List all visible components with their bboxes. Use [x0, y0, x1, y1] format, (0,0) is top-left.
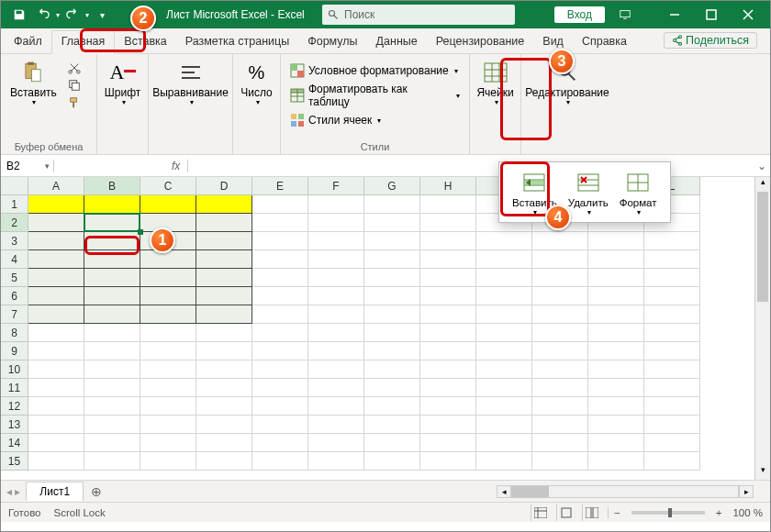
- row-header-12[interactable]: 12: [1, 397, 28, 416]
- cell[interactable]: [140, 287, 196, 305]
- row-header-15[interactable]: 15: [1, 452, 28, 471]
- cell[interactable]: [196, 305, 252, 324]
- cell[interactable]: [84, 195, 140, 214]
- scroll-up-icon[interactable]: ▴: [755, 177, 770, 192]
- page-layout-view-icon[interactable]: [556, 504, 576, 521]
- cell[interactable]: [644, 434, 700, 452]
- cell[interactable]: [28, 250, 84, 269]
- cell[interactable]: [140, 379, 196, 397]
- cell[interactable]: [196, 269, 252, 287]
- row-header-5[interactable]: 5: [1, 269, 28, 287]
- cell[interactable]: [532, 269, 588, 287]
- cell[interactable]: [140, 342, 196, 360]
- row-header-13[interactable]: 13: [1, 416, 28, 434]
- cell[interactable]: [252, 379, 308, 397]
- page-break-view-icon[interactable]: [582, 504, 602, 521]
- cell[interactable]: [476, 416, 532, 434]
- cell[interactable]: [308, 232, 364, 250]
- row-header-3[interactable]: 3: [1, 232, 28, 250]
- cell[interactable]: [308, 250, 364, 269]
- cell[interactable]: [84, 452, 140, 471]
- scroll-right-icon[interactable]: ▸: [739, 485, 754, 498]
- row-header-8[interactable]: 8: [1, 324, 28, 342]
- tab-formulas[interactable]: Формулы: [298, 31, 366, 53]
- row-header-14[interactable]: 14: [1, 434, 28, 452]
- cell[interactable]: [308, 452, 364, 471]
- redo-icon[interactable]: [61, 4, 84, 26]
- popup-delete-button[interactable]: Удалить ▾: [563, 168, 614, 218]
- cell[interactable]: [196, 360, 252, 379]
- cell[interactable]: [476, 379, 532, 397]
- cell[interactable]: [420, 324, 476, 342]
- cell[interactable]: [140, 452, 196, 471]
- cell[interactable]: [588, 360, 644, 379]
- font-button[interactable]: A Шрифт ▾: [103, 58, 142, 109]
- cells-button[interactable]: Ячейки ▾: [475, 58, 515, 109]
- cell[interactable]: [308, 214, 364, 232]
- cell[interactable]: [476, 269, 532, 287]
- cell[interactable]: [196, 287, 252, 305]
- cell[interactable]: [420, 232, 476, 250]
- cells-area[interactable]: [28, 195, 700, 471]
- cell[interactable]: [28, 305, 84, 324]
- cell[interactable]: [644, 232, 700, 250]
- tab-file[interactable]: Файл: [5, 31, 51, 53]
- cell[interactable]: [308, 360, 364, 379]
- cell[interactable]: [644, 452, 700, 471]
- cell[interactable]: [476, 342, 532, 360]
- cell[interactable]: [84, 397, 140, 416]
- cell[interactable]: [420, 379, 476, 397]
- cell[interactable]: [308, 287, 364, 305]
- presentation-mode-icon[interactable]: [614, 4, 636, 26]
- cell[interactable]: [588, 416, 644, 434]
- cell[interactable]: [420, 416, 476, 434]
- cell[interactable]: [420, 250, 476, 269]
- cell[interactable]: [476, 250, 532, 269]
- cell[interactable]: [476, 287, 532, 305]
- cell[interactable]: [28, 214, 84, 232]
- cell[interactable]: [196, 342, 252, 360]
- cell[interactable]: [364, 360, 420, 379]
- cell[interactable]: [308, 379, 364, 397]
- cell[interactable]: [364, 434, 420, 452]
- row-header-10[interactable]: 10: [1, 360, 28, 379]
- row-header-9[interactable]: 9: [1, 342, 28, 360]
- cell[interactable]: [252, 195, 308, 214]
- cell[interactable]: [252, 305, 308, 324]
- cell[interactable]: [364, 305, 420, 324]
- cell[interactable]: [140, 250, 196, 269]
- cell[interactable]: [84, 250, 140, 269]
- cell[interactable]: [140, 397, 196, 416]
- cell[interactable]: [308, 416, 364, 434]
- cell[interactable]: [308, 324, 364, 342]
- row-header-11[interactable]: 11: [1, 379, 28, 397]
- copy-button[interactable]: [64, 77, 84, 94]
- cell[interactable]: [28, 360, 84, 379]
- tab-data[interactable]: Данные: [367, 31, 427, 53]
- cell[interactable]: [364, 232, 420, 250]
- cell[interactable]: [532, 452, 588, 471]
- cell[interactable]: [364, 452, 420, 471]
- cell[interactable]: [140, 269, 196, 287]
- cell-styles-button[interactable]: Стили ячеек▾: [286, 111, 464, 129]
- cell[interactable]: [364, 269, 420, 287]
- cell[interactable]: [420, 305, 476, 324]
- cell[interactable]: [84, 305, 140, 324]
- cell[interactable]: [476, 434, 532, 452]
- save-icon[interactable]: [8, 4, 30, 26]
- zoom-level[interactable]: 100 %: [727, 507, 763, 518]
- cell[interactable]: [308, 269, 364, 287]
- cell[interactable]: [196, 195, 252, 214]
- cell[interactable]: [588, 452, 644, 471]
- cell[interactable]: [644, 287, 700, 305]
- cell[interactable]: [364, 250, 420, 269]
- cell[interactable]: [28, 342, 84, 360]
- cell[interactable]: [364, 214, 420, 232]
- cell[interactable]: [588, 250, 644, 269]
- cell[interactable]: [476, 305, 532, 324]
- row-header-1[interactable]: 1: [1, 195, 28, 214]
- cell[interactable]: [84, 324, 140, 342]
- zoom-out-button[interactable]: −: [608, 507, 620, 518]
- scroll-left-icon[interactable]: ◂: [497, 485, 511, 498]
- sheet-nav[interactable]: ◂ ▸: [1, 485, 26, 498]
